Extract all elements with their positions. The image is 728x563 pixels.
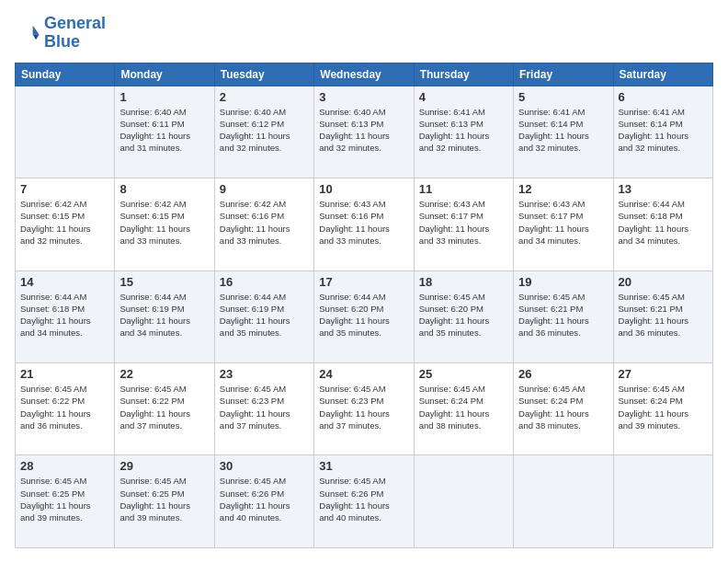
calendar-cell: 31Sunrise: 6:45 AM Sunset: 6:26 PM Dayli… [314,455,414,548]
calendar-cell [414,455,513,548]
day-number: 31 [319,459,408,473]
day-number: 12 [518,182,608,196]
calendar-cell: 22Sunrise: 6:45 AM Sunset: 6:22 PM Dayli… [115,363,214,455]
calendar-cell: 11Sunrise: 6:43 AM Sunset: 6:17 PM Dayli… [414,178,513,270]
day-number: 9 [220,182,309,196]
day-number: 6 [619,90,708,104]
day-number: 10 [319,182,408,196]
header: General Blue [15,15,713,52]
day-info: Sunrise: 6:44 AM Sunset: 6:18 PM Dayligh… [20,291,109,339]
day-number: 13 [619,182,708,196]
calendar-cell: 30Sunrise: 6:45 AM Sunset: 6:26 PM Dayli… [214,455,313,548]
day-info: Sunrise: 6:45 AM Sunset: 6:25 PM Dayligh… [119,475,209,523]
day-number: 26 [518,367,608,381]
calendar-cell: 4Sunrise: 6:41 AM Sunset: 6:13 PM Daylig… [414,86,513,178]
day-number: 4 [419,90,508,104]
day-info: Sunrise: 6:42 AM Sunset: 6:15 PM Dayligh… [119,198,209,247]
calendar-cell: 12Sunrise: 6:43 AM Sunset: 6:17 PM Dayli… [514,178,613,270]
calendar-cell: 27Sunrise: 6:45 AM Sunset: 6:24 PM Dayli… [613,363,712,455]
calendar-cell: 29Sunrise: 6:45 AM Sunset: 6:25 PM Dayli… [115,455,214,548]
calendar-cell: 6Sunrise: 6:41 AM Sunset: 6:14 PM Daylig… [613,86,712,178]
day-info: Sunrise: 6:43 AM Sunset: 6:16 PM Dayligh… [319,198,408,247]
day-number: 30 [220,459,309,473]
calendar-cell: 10Sunrise: 6:43 AM Sunset: 6:16 PM Dayli… [314,178,414,270]
day-info: Sunrise: 6:40 AM Sunset: 6:11 PM Dayligh… [119,106,209,155]
day-info: Sunrise: 6:42 AM Sunset: 6:15 PM Dayligh… [20,198,109,247]
calendar-cell [514,455,613,548]
day-info: Sunrise: 6:41 AM Sunset: 6:14 PM Dayligh… [619,106,708,155]
day-info: Sunrise: 6:45 AM Sunset: 6:23 PM Dayligh… [319,383,408,431]
day-info: Sunrise: 6:45 AM Sunset: 6:25 PM Dayligh… [20,475,109,523]
day-number: 17 [319,275,408,289]
day-number: 19 [518,275,608,289]
calendar-cell: 16Sunrise: 6:44 AM Sunset: 6:19 PM Dayli… [214,270,313,362]
day-number: 27 [619,367,708,381]
day-of-week-header: Friday [514,63,613,86]
day-info: Sunrise: 6:45 AM Sunset: 6:22 PM Dayligh… [119,383,209,431]
day-number: 7 [20,182,109,196]
day-number: 23 [220,367,309,381]
day-number: 2 [220,90,309,104]
day-number: 18 [419,275,508,289]
day-number: 8 [119,182,209,196]
logo-icon [15,20,40,46]
day-info: Sunrise: 6:44 AM Sunset: 6:19 PM Dayligh… [220,291,309,339]
day-info: Sunrise: 6:45 AM Sunset: 6:26 PM Dayligh… [319,475,408,523]
day-info: Sunrise: 6:42 AM Sunset: 6:16 PM Dayligh… [220,198,309,247]
day-number: 21 [20,367,109,381]
calendar-cell: 9Sunrise: 6:42 AM Sunset: 6:16 PM Daylig… [214,178,313,270]
day-number: 24 [319,367,408,381]
page-container: General Blue SundayMondayTuesdayWednesda… [0,0,728,563]
day-number: 22 [119,367,209,381]
day-number: 1 [119,90,209,104]
calendar-cell: 21Sunrise: 6:45 AM Sunset: 6:22 PM Dayli… [16,363,115,455]
logo: General Blue [15,15,106,52]
day-info: Sunrise: 6:41 AM Sunset: 6:14 PM Dayligh… [518,106,608,155]
day-info: Sunrise: 6:40 AM Sunset: 6:13 PM Dayligh… [319,106,408,155]
day-info: Sunrise: 6:43 AM Sunset: 6:17 PM Dayligh… [419,198,508,247]
day-info: Sunrise: 6:44 AM Sunset: 6:19 PM Dayligh… [119,291,209,339]
day-info: Sunrise: 6:45 AM Sunset: 6:24 PM Dayligh… [518,383,608,431]
day-info: Sunrise: 6:45 AM Sunset: 6:26 PM Dayligh… [220,475,309,523]
day-of-week-header: Sunday [16,63,115,86]
calendar-cell: 19Sunrise: 6:45 AM Sunset: 6:21 PM Dayli… [514,270,613,362]
svg-marker-1 [33,34,40,40]
calendar-cell [613,455,712,548]
calendar-cell [16,86,115,178]
day-of-week-header: Wednesday [314,63,414,86]
calendar-cell: 3Sunrise: 6:40 AM Sunset: 6:13 PM Daylig… [314,86,414,178]
calendar-cell: 24Sunrise: 6:45 AM Sunset: 6:23 PM Dayli… [314,363,414,455]
day-number: 29 [119,459,209,473]
calendar-cell: 26Sunrise: 6:45 AM Sunset: 6:24 PM Dayli… [514,363,613,455]
day-number: 25 [419,367,508,381]
calendar-cell: 7Sunrise: 6:42 AM Sunset: 6:15 PM Daylig… [16,178,115,270]
calendar-cell: 17Sunrise: 6:44 AM Sunset: 6:20 PM Dayli… [314,270,414,362]
calendar-cell: 2Sunrise: 6:40 AM Sunset: 6:12 PM Daylig… [214,86,313,178]
day-info: Sunrise: 6:40 AM Sunset: 6:12 PM Dayligh… [220,106,309,155]
calendar-cell: 1Sunrise: 6:40 AM Sunset: 6:11 PM Daylig… [115,86,214,178]
calendar-cell: 18Sunrise: 6:45 AM Sunset: 6:20 PM Dayli… [414,270,513,362]
day-info: Sunrise: 6:45 AM Sunset: 6:21 PM Dayligh… [619,291,708,339]
day-number: 5 [518,90,608,104]
day-info: Sunrise: 6:45 AM Sunset: 6:21 PM Dayligh… [518,291,608,339]
day-info: Sunrise: 6:45 AM Sunset: 6:24 PM Dayligh… [619,383,708,431]
calendar-cell: 23Sunrise: 6:45 AM Sunset: 6:23 PM Dayli… [214,363,313,455]
calendar-cell: 13Sunrise: 6:44 AM Sunset: 6:18 PM Dayli… [613,178,712,270]
calendar-cell: 15Sunrise: 6:44 AM Sunset: 6:19 PM Dayli… [115,270,214,362]
day-number: 11 [419,182,508,196]
day-info: Sunrise: 6:44 AM Sunset: 6:20 PM Dayligh… [319,291,408,339]
day-info: Sunrise: 6:45 AM Sunset: 6:24 PM Dayligh… [419,383,508,431]
day-info: Sunrise: 6:41 AM Sunset: 6:13 PM Dayligh… [419,106,508,155]
day-info: Sunrise: 6:44 AM Sunset: 6:18 PM Dayligh… [619,198,708,247]
day-of-week-header: Saturday [613,63,712,86]
day-of-week-header: Tuesday [214,63,313,86]
calendar-cell: 5Sunrise: 6:41 AM Sunset: 6:14 PM Daylig… [514,86,613,178]
calendar-cell: 14Sunrise: 6:44 AM Sunset: 6:18 PM Dayli… [16,270,115,362]
day-info: Sunrise: 6:43 AM Sunset: 6:17 PM Dayligh… [518,198,608,247]
day-info: Sunrise: 6:45 AM Sunset: 6:22 PM Dayligh… [20,383,109,431]
day-of-week-header: Monday [115,63,214,86]
day-info: Sunrise: 6:45 AM Sunset: 6:20 PM Dayligh… [419,291,508,339]
calendar-cell: 25Sunrise: 6:45 AM Sunset: 6:24 PM Dayli… [414,363,513,455]
logo-text: General Blue [44,15,106,52]
day-number: 15 [119,275,209,289]
